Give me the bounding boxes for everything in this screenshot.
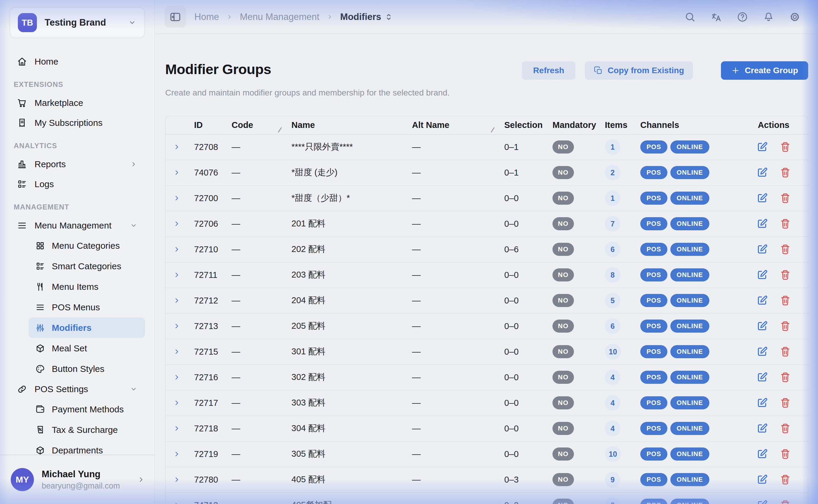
translate-button[interactable] [710,11,722,23]
help-button[interactable] [736,11,748,23]
channel-chip-online: ONLINE [670,294,709,307]
edit-button[interactable] [756,167,768,179]
row-id: 72708 [188,142,225,152]
column-header-code[interactable]: Code [225,120,284,130]
expand-row-button[interactable] [172,347,181,356]
edit-button[interactable] [756,346,768,358]
expand-row-button[interactable] [172,245,181,254]
expand-row-button[interactable] [172,450,181,458]
breadcrumb-menu-management[interactable]: Menu Management [240,12,319,22]
sidebar-item-home[interactable]: Home [10,51,145,71]
edit-button[interactable] [756,320,768,332]
sidebar-item-tax-surcharge[interactable]: Tax & Surcharge [29,420,145,440]
user-meta: Michael Yung bearyung@gmail.com [42,469,129,491]
expand-row-button[interactable] [172,398,181,407]
expand-row-button[interactable] [172,168,181,177]
sidebar-item-my-subscriptions[interactable]: My Subscriptions [10,113,145,133]
sidebar-item-reports[interactable]: Reports [10,154,145,174]
sidebar-item-meal-set[interactable]: Meal Set [29,338,145,359]
row-channels: POSONLINE [633,140,728,154]
delete-button[interactable] [779,192,791,204]
brand-selector[interactable]: TB Testing Brand [10,7,145,38]
edit-button[interactable] [756,192,768,204]
search-button[interactable] [684,11,696,23]
delete-button[interactable] [779,346,791,358]
delete-button[interactable] [779,499,791,504]
delete-button[interactable] [779,474,791,486]
edit-button[interactable] [756,243,768,255]
delete-button[interactable] [779,397,791,409]
expand-row-button[interactable] [172,475,181,484]
delete-button[interactable] [779,371,791,383]
edit-button[interactable] [756,269,768,281]
user-menu[interactable]: MY Michael Yung bearyung@gmail.com [0,455,154,504]
column-header-channels[interactable]: Channels [633,120,728,130]
trash-icon [779,320,791,332]
sidebar-item-menu-management[interactable]: Menu Management [10,215,145,235]
edit-button[interactable] [756,218,768,230]
column-header-actions[interactable]: Actions [728,120,808,130]
column-header-selection[interactable]: Selection [498,120,547,130]
delete-button[interactable] [779,320,791,332]
sidebar-item-pos-settings[interactable]: POS Settings [10,379,145,399]
sidebar-item-logs[interactable]: Logs [10,174,145,194]
chevron-right-icon [137,475,146,484]
sidebar-item-label: POS Settings [35,384,88,394]
copy-from-existing-button[interactable]: Copy from Existing [585,61,693,80]
delete-button[interactable] [779,218,791,230]
column-header-mandatory[interactable]: Mandatory [547,120,599,130]
sidebar-item-label: Button Styles [52,364,104,374]
expand-row-button[interactable] [172,194,181,203]
gear-button[interactable] [789,11,801,23]
expand-row-button[interactable] [172,424,181,433]
expand-row-button[interactable] [172,322,181,331]
edit-button[interactable] [756,141,768,153]
sidebar-item-pos-menus[interactable]: POS Menus [29,297,145,317]
column-header-items[interactable]: Items [599,120,633,130]
expand-row-button[interactable] [172,270,181,279]
delete-button[interactable] [779,422,791,434]
bell-button[interactable] [763,11,775,23]
sidebar-item-button-styles[interactable]: Button Styles [29,359,145,379]
column-header-name[interactable]: Name [284,120,405,130]
row-id: 72713 [188,321,225,331]
delete-button[interactable] [779,243,791,255]
refresh-button[interactable]: Refresh [522,61,575,80]
sidebar-toggle-button[interactable] [165,6,186,28]
expand-row-button[interactable] [172,296,181,305]
sidebar-item-payment-methods[interactable]: Payment Methods [29,399,145,420]
sidebar-item-marketplace[interactable]: Marketplace [10,93,145,113]
sidebar-item-menu-items[interactable]: Menu Items [29,276,145,297]
edit-button[interactable] [756,295,768,306]
column-header-alt-name[interactable]: Alt Name [405,120,498,130]
edit-button[interactable] [756,448,768,460]
sidebar-item-smart-categories[interactable]: Smart Categories [29,256,145,276]
sidebar-item-modifiers[interactable]: Modifiers [29,317,145,338]
edit-button[interactable] [756,371,768,383]
delete-button[interactable] [779,295,791,306]
column-header-id[interactable]: ID [188,120,225,130]
row-channels: POSONLINE [633,345,728,358]
sidebar-item-menu-categories[interactable]: Menu Categories [29,235,145,256]
expand-row-button[interactable] [172,501,181,504]
edit-button[interactable] [756,499,768,504]
edit-button[interactable] [756,422,768,434]
row-channels: POSONLINE [633,166,728,179]
expand-row-button[interactable] [172,143,181,151]
delete-button[interactable] [779,141,791,153]
delete-button[interactable] [779,269,791,281]
edit-button[interactable] [756,474,768,486]
breadcrumb-current[interactable]: Modifiers [340,12,393,22]
edit-button[interactable] [756,397,768,409]
row-name: 303 配料 [284,397,405,409]
items-count-badge: 5 [605,293,620,308]
expand-row-button[interactable] [172,373,181,382]
breadcrumb-home[interactable]: Home [194,12,219,22]
row-selection: 0–0 [498,193,547,203]
create-group-button[interactable]: Create Group [721,61,808,80]
items-count-badge: 10 [605,344,621,359]
expand-row-button[interactable] [172,219,181,228]
mandatory-badge: NO [553,320,574,333]
delete-button[interactable] [779,448,791,460]
delete-button[interactable] [779,167,791,179]
